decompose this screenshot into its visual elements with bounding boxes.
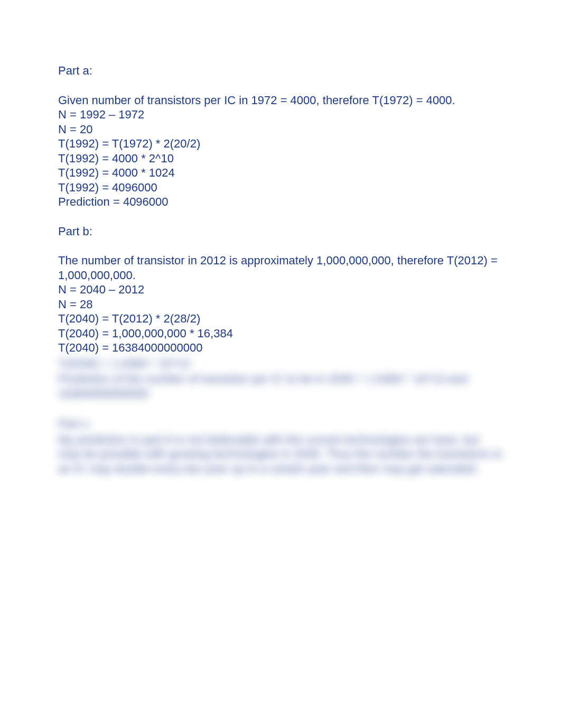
part-a-line: T(1992) = 4096000 — [58, 180, 503, 195]
part-b-body: The number of transistor in 2012 is appr… — [58, 253, 503, 355]
blurred-line: Part c: — [58, 417, 503, 431]
part-a-header: Part a: — [58, 63, 503, 78]
blurred-content: T(2040) = 1.6384 * 10^13 Prediction of t… — [58, 356, 503, 476]
part-a-line: T(1992) = 4000 * 1024 — [58, 165, 503, 180]
part-a-line: N = 20 — [58, 122, 503, 137]
part-b-header: Part b: — [58, 224, 503, 239]
part-b-line: N = 2040 – 2012 — [58, 282, 503, 297]
part-b-line: T(2040) = 1,000,000,000 * 16,384 — [58, 326, 503, 341]
part-b-line: T(2040) = T(2012) * 2(28/2) — [58, 311, 503, 326]
part-a-body: Given number of transistors per IC in 19… — [58, 93, 503, 209]
part-a-line: T(1992) = T(1972) * 2(20/2) — [58, 136, 503, 151]
part-a-intro: Given number of transistors per IC in 19… — [58, 93, 503, 108]
part-a-line: T(1992) = 4000 * 2^10 — [58, 151, 503, 166]
part-b-line: N = 28 — [58, 297, 503, 312]
blurred-line: T(2040) = 1.6384 * 10^13 — [58, 356, 503, 371]
part-b-header-text: Part b: — [58, 225, 92, 238]
part-a-line: Prediction = 4096000 — [58, 195, 503, 209]
part-b-line: T(2040) = 16384000000000 — [58, 340, 503, 355]
part-a-header-text: Part a: — [58, 64, 92, 77]
blurred-line: Prediction of the number of transistor p… — [58, 372, 503, 401]
part-a-line: N = 1992 – 1972 — [58, 107, 503, 122]
blurred-line: My prediction in part b is not believabl… — [58, 432, 503, 476]
part-b-intro: The number of transistor in 2012 is appr… — [58, 253, 503, 282]
